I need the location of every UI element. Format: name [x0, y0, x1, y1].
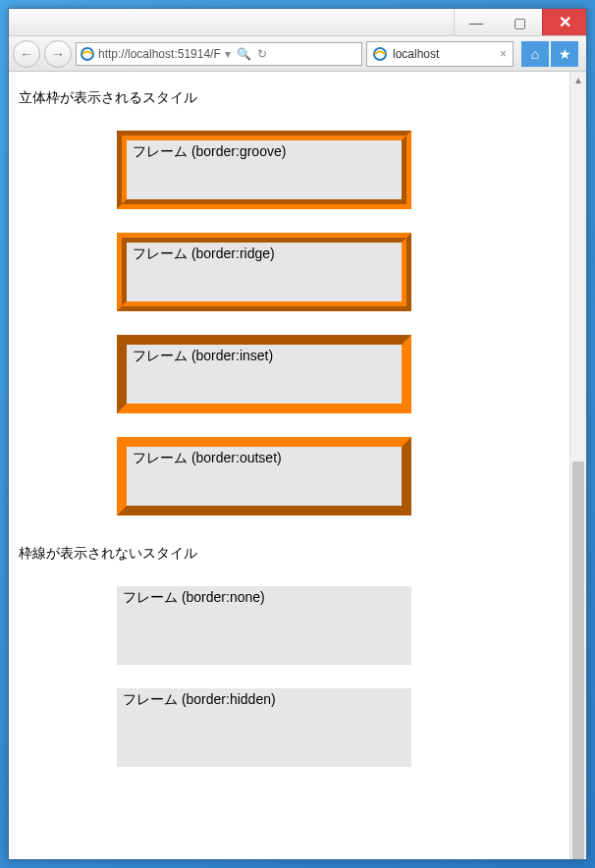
frame-row-inset: フレーム (border:inset) [117, 335, 560, 413]
favorites-button[interactable]: ★ [551, 41, 578, 67]
frame-row-ridge: フレーム (border:ridge) [117, 233, 560, 311]
titlebar: — ▢ ✕ [9, 9, 586, 36]
scroll-thumb[interactable] [572, 461, 584, 859]
forward-button[interactable]: → [44, 40, 72, 68]
ie-icon [373, 47, 387, 61]
scroll-track[interactable] [570, 88, 586, 842]
browser-window: — ▢ ✕ ← → http://localhost:51914/F ▾ 🔍 ↻… [8, 8, 587, 860]
back-button[interactable]: ← [13, 40, 40, 68]
navbar: ← → http://localhost:51914/F ▾ 🔍 ↻ local… [9, 36, 586, 72]
tab-close-icon[interactable]: × [500, 47, 507, 61]
section-title-none: 枠線が表示されないスタイル [19, 545, 560, 563]
frame-row-outset: フレーム (border:outset) [117, 437, 560, 515]
dropdown-icon[interactable]: ▾ [225, 47, 231, 61]
address-bar[interactable]: http://localhost:51914/F ▾ 🔍 ↻ [76, 42, 362, 66]
ie-icon [81, 47, 94, 61]
tab-title: localhost [393, 47, 439, 61]
page-content: 立体枠が表示されるスタイル フレーム (border:groove) フレーム … [9, 72, 569, 859]
frame-row-none: フレーム (border:none) [117, 586, 560, 665]
toolbar-right: ⌂ ★ [517, 41, 582, 67]
scroll-up-button[interactable]: ▲ [570, 72, 586, 88]
content-wrap: 立体枠が表示されるスタイル フレーム (border:groove) フレーム … [9, 72, 586, 859]
frame-inset: フレーム (border:inset) [117, 335, 411, 413]
close-button[interactable]: ✕ [542, 9, 586, 35]
minimize-button[interactable]: — [454, 9, 498, 35]
frame-row-groove: フレーム (border:groove) [117, 131, 560, 209]
frame-groove: フレーム (border:groove) [117, 131, 411, 209]
section-title-3d: 立体枠が表示されるスタイル [19, 89, 560, 107]
addr-controls: ▾ 🔍 ↻ [225, 47, 267, 61]
vertical-scrollbar[interactable]: ▲ ▼ [569, 72, 586, 859]
frame-none: フレーム (border:none) [117, 586, 411, 665]
frame-row-hidden: フレーム (border:hidden) [117, 688, 560, 767]
maximize-button[interactable]: ▢ [498, 9, 542, 35]
home-button[interactable]: ⌂ [521, 41, 549, 67]
browser-tab[interactable]: localhost × [366, 41, 514, 67]
frame-hidden: フレーム (border:hidden) [117, 688, 411, 767]
search-icon[interactable]: 🔍 [237, 47, 251, 61]
url-text: http://localhost:51914/F [98, 47, 221, 61]
frame-outset: フレーム (border:outset) [117, 437, 411, 515]
frame-ridge: フレーム (border:ridge) [117, 233, 411, 311]
refresh-icon[interactable]: ↻ [257, 47, 267, 61]
